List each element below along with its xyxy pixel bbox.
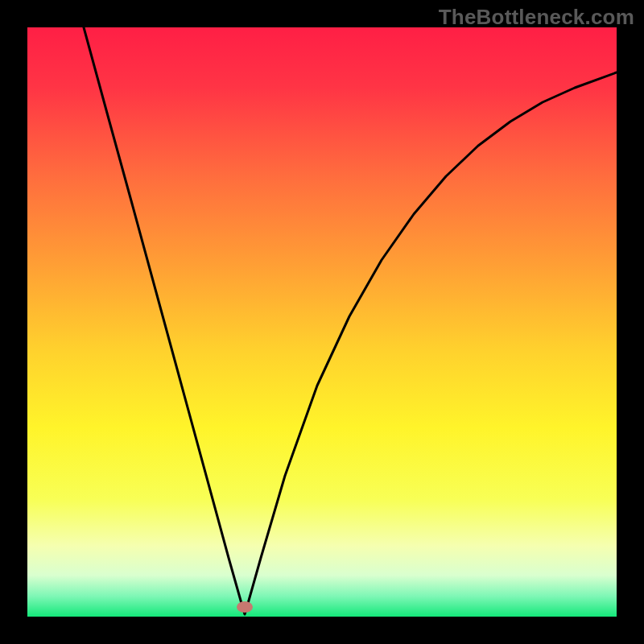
minimum-marker [237, 601, 253, 613]
plot-svg [27, 27, 617, 617]
watermark-text: TheBottleneck.com [439, 5, 634, 30]
gradient-background [27, 27, 617, 617]
plot-area [27, 27, 617, 617]
chart-frame: TheBottleneck.com [0, 0, 644, 644]
